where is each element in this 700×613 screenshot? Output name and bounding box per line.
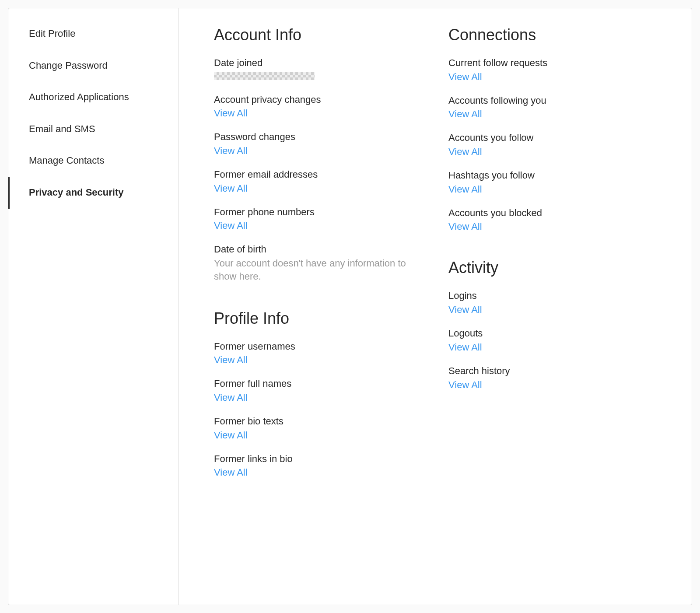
item-accounts-following-you: Accounts following youView All <box>448 94 665 120</box>
item-date-joined: Date joined <box>214 56 431 82</box>
item-label: Date joined <box>214 56 431 70</box>
item-accounts-you-follow: Accounts you followView All <box>448 131 665 158</box>
view-all-link[interactable]: View All <box>448 379 482 391</box>
sidebar-item-label: Edit Profile <box>29 28 75 39</box>
item-date-of-birth: Date of birthYour account doesn't have a… <box>214 243 431 283</box>
redacted-value <box>214 72 315 80</box>
item-label: Former email addresses <box>214 168 431 181</box>
item-label: Search history <box>448 364 665 378</box>
view-all-link[interactable]: View All <box>448 71 482 83</box>
item-label: Account privacy changes <box>214 93 431 106</box>
settings-panel: Edit ProfileChange PasswordAuthorized Ap… <box>8 8 692 605</box>
item-label: Former full names <box>214 377 431 390</box>
item-former-bio-texts: Former bio textsView All <box>214 415 431 441</box>
section-title: Connections <box>448 26 665 44</box>
item-former-full-names: Former full namesView All <box>214 377 431 403</box>
view-all-link[interactable]: View All <box>214 145 248 157</box>
item-label: Current follow requests <box>448 56 665 70</box>
settings-content: Account InfoDate joinedAccount privacy c… <box>179 8 692 605</box>
item-label: Logouts <box>448 327 665 340</box>
item-password-changes: Password changesView All <box>214 130 431 157</box>
item-search-history: Search historyView All <box>448 364 665 391</box>
sidebar-item-edit-profile[interactable]: Edit Profile <box>8 18 178 50</box>
view-all-link[interactable]: View All <box>214 354 248 366</box>
item-label: Former bio texts <box>214 415 431 428</box>
view-all-link[interactable]: View All <box>448 184 482 195</box>
item-hashtags-you-follow: Hashtags you followView All <box>448 169 665 195</box>
item-label: Former usernames <box>214 340 431 353</box>
section-title: Profile Info <box>214 309 431 328</box>
item-former-phone-numbers: Former phone numbersView All <box>214 206 431 232</box>
section-profile-info: Profile InfoFormer usernamesView AllForm… <box>214 309 431 479</box>
sidebar-item-privacy-and-security[interactable]: Privacy and Security <box>8 177 178 209</box>
section-activity: ActivityLoginsView AllLogoutsView AllSea… <box>448 259 665 390</box>
item-current-follow-requests: Current follow requestsView All <box>448 56 665 83</box>
item-account-privacy-changes: Account privacy changesView All <box>214 93 431 119</box>
section-title: Account Info <box>214 26 431 44</box>
sidebar-item-email-and-sms[interactable]: Email and SMS <box>8 113 178 145</box>
view-all-link[interactable]: View All <box>448 146 482 158</box>
view-all-link[interactable]: View All <box>214 467 248 478</box>
view-all-link[interactable]: View All <box>448 342 482 353</box>
settings-sidebar: Edit ProfileChange PasswordAuthorized Ap… <box>8 8 179 605</box>
left-column: Account InfoDate joinedAccount privacy c… <box>214 26 431 587</box>
view-all-link[interactable]: View All <box>214 392 248 403</box>
section-title: Activity <box>448 259 665 277</box>
item-label: Date of birth <box>214 243 431 256</box>
item-label: Accounts you blocked <box>448 207 665 220</box>
item-logouts: LogoutsView All <box>448 327 665 353</box>
section-account-info: Account InfoDate joinedAccount privacy c… <box>214 26 431 283</box>
section-connections: ConnectionsCurrent follow requestsView A… <box>448 26 665 232</box>
view-all-link[interactable]: View All <box>214 430 248 441</box>
sidebar-item-label: Change Password <box>29 60 108 71</box>
item-label: Hashtags you follow <box>448 169 665 182</box>
item-label: Accounts following you <box>448 94 665 107</box>
item-label: Former phone numbers <box>214 206 431 219</box>
sidebar-item-label: Manage Contacts <box>29 155 104 166</box>
item-label: Accounts you follow <box>448 131 665 144</box>
view-all-link[interactable]: View All <box>214 183 248 194</box>
item-accounts-you-blocked: Accounts you blockedView All <box>448 207 665 233</box>
item-label: Password changes <box>214 130 431 144</box>
sidebar-item-label: Privacy and Security <box>29 187 123 198</box>
sidebar-item-change-password[interactable]: Change Password <box>8 50 178 82</box>
view-all-link[interactable]: View All <box>448 304 482 315</box>
view-all-link[interactable]: View All <box>448 221 482 232</box>
right-column: ConnectionsCurrent follow requestsView A… <box>448 26 665 587</box>
view-all-link[interactable]: View All <box>214 220 248 231</box>
item-logins: LoginsView All <box>448 289 665 315</box>
sidebar-item-manage-contacts[interactable]: Manage Contacts <box>8 145 178 177</box>
item-former-email-addresses: Former email addressesView All <box>214 168 431 194</box>
sidebar-item-label: Email and SMS <box>29 123 95 134</box>
sidebar-item-label: Authorized Applications <box>29 91 129 102</box>
view-all-link[interactable]: View All <box>448 109 482 120</box>
item-former-usernames: Former usernamesView All <box>214 340 431 366</box>
item-label: Former links in bio <box>214 452 431 466</box>
empty-text: Your account doesn't have any informatio… <box>214 257 431 283</box>
sidebar-item-authorized-applications[interactable]: Authorized Applications <box>8 81 178 113</box>
item-former-links-in-bio: Former links in bioView All <box>214 452 431 479</box>
view-all-link[interactable]: View All <box>214 108 248 119</box>
item-label: Logins <box>448 289 665 302</box>
